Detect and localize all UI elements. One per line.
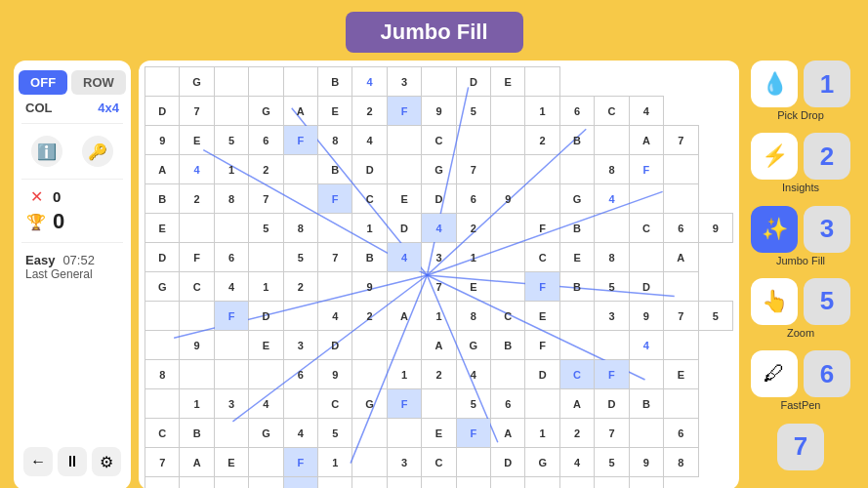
meta-section: Easy 07:52 Last General: [21, 251, 123, 283]
insights-row: ⚡ 2: [747, 133, 854, 180]
table-row: G B 4 3 D E: [145, 67, 733, 97]
error-count: 0: [53, 188, 61, 205]
number-7-row: 7: [747, 424, 854, 470]
jumbo-fill-row: ✨ 3: [747, 206, 854, 253]
number-1-button[interactable]: 1: [804, 61, 850, 107]
trophy-icon: 🏆: [25, 213, 47, 231]
icon-row: ℹ️ 🔑: [21, 132, 123, 171]
right-panel: 💧 1 Pick Drop ⚡ 2 Insights ✨ 3 Jumb: [747, 61, 854, 488]
zoom-button[interactable]: 👆: [751, 278, 798, 325]
difficulty-row: Easy 07:52: [25, 253, 119, 267]
row-button[interactable]: ROW: [71, 70, 126, 95]
pick-drop-icon: 💧: [762, 71, 788, 97]
jumbo-fill-label: Jumbo Fill: [776, 255, 825, 266]
table-row: 8 6 9 1 2 4 D C F E: [145, 360, 733, 389]
zoom-icon: 👆: [762, 289, 788, 314]
score-section: ✕ 0 🏆 0: [21, 187, 123, 234]
table-row: E 5 8 1 D 4 2 F B C 6 9: [145, 214, 733, 243]
score-value: 0: [53, 209, 64, 234]
table-row: D 7 G A E 2 F 9 5 1 6 C 4: [145, 97, 733, 126]
table-row: 1 3 4 C G F 5 6 A D B: [145, 389, 733, 419]
puzzle-name: Last General: [25, 267, 119, 281]
jumbo-fill-button[interactable]: ✨: [751, 206, 798, 253]
zoom-item: 👆 5 Zoom: [747, 278, 854, 345]
error-row: ✕ 0: [25, 187, 119, 206]
settings-button[interactable]: ⚙: [92, 447, 121, 476]
pick-drop-label: Pick Drop: [777, 109, 824, 121]
grid-wrapper: G B 4 3 D E D 7 G A E 2 F 9: [139, 61, 739, 488]
zoom-row: 👆 5: [747, 278, 854, 325]
title-bar: Jumbo Fill: [0, 0, 868, 61]
jumbo-fill-icon: ✨: [762, 217, 788, 242]
number-5-button[interactable]: 5: [804, 278, 850, 325]
fastpen-label: FastPen: [781, 399, 821, 411]
page-title: Jumbo Fill: [346, 12, 523, 53]
toggle-row: OFF ROW: [21, 70, 123, 95]
table-row: 7 A E F 1 3 C D G 4 5 9 8: [145, 448, 733, 477]
info-button[interactable]: ℹ️: [31, 136, 62, 167]
table-row: B 2 8 7 F C E D 6 9 G 4: [145, 184, 733, 214]
fastpen-button[interactable]: 🖊: [751, 350, 798, 397]
table-row: C B G 4 5 E F A 1 2 7 6: [145, 419, 733, 448]
controls-row: ← ⏸ ⚙: [21, 443, 123, 480]
difficulty-label: Easy: [25, 253, 55, 267]
zoom-label: Zoom: [787, 327, 814, 339]
pick-drop-button[interactable]: 💧: [751, 61, 798, 107]
main-layout: OFF ROW COL 4x4 ℹ️ 🔑 ✕ 0 🏆 0: [0, 61, 868, 488]
insights-item: ⚡ 2 Insights: [747, 133, 854, 199]
number-2-button[interactable]: 2: [804, 133, 850, 180]
pick-drop-item: 💧 1 Pick Drop: [747, 61, 854, 127]
fastpen-row: 🖊 6: [747, 350, 854, 397]
insights-label: Insights: [782, 182, 819, 193]
jumbo-fill-item: ✨ 3 Jumbo Fill: [747, 206, 854, 272]
back-button[interactable]: ←: [23, 447, 53, 476]
col-row: COL 4x4: [21, 101, 123, 115]
error-icon: ✕: [25, 187, 47, 206]
fastpen-item: 🖊 6 FastPen: [747, 350, 854, 417]
left-panel: OFF ROW COL 4x4 ℹ️ 🔑 ✕ 0 🏆 0: [14, 61, 131, 488]
table-row: E F G 3 A B C: [145, 477, 733, 489]
table-row: A 4 1 2 B D G 7 8 F: [145, 155, 733, 184]
table-row: G C 4 1 2 9 7 E F B 5 D: [145, 272, 733, 302]
number-7-button[interactable]: 7: [777, 424, 824, 470]
table-row: D F 6 5 7 B 4 3 1 C E 8 A: [145, 243, 733, 272]
pause-button[interactable]: ⏸: [58, 447, 87, 476]
insights-icon: ⚡: [762, 143, 788, 169]
number-3-button[interactable]: 3: [804, 206, 850, 253]
puzzle-grid[interactable]: G B 4 3 D E D 7 G A E 2 F 9: [145, 66, 733, 488]
time-label: 07:52: [62, 253, 95, 267]
key-button[interactable]: 🔑: [82, 136, 113, 167]
pick-drop-row: 💧 1: [747, 61, 854, 107]
key-icon: 🔑: [88, 142, 107, 161]
number-6-button[interactable]: 6: [804, 350, 850, 397]
score-row: 🏆 0: [25, 209, 119, 234]
fastpen-icon: 🖊: [764, 361, 785, 386]
table-row: 9 E 3 D A G B F 4: [145, 331, 733, 360]
table-row: F D 4 2 A 1 8 C E 3 9 7 5: [145, 302, 733, 331]
table-row: 9 E 5 6 F 8 4 C 2 B A 7: [145, 126, 733, 155]
divider-2: [21, 179, 123, 180]
divider-1: [21, 123, 123, 124]
divider-3: [21, 242, 123, 243]
info-icon: ℹ️: [37, 142, 57, 161]
number-7-item: 7: [747, 424, 854, 488]
size-label: 4x4: [98, 101, 119, 115]
col-label: COL: [25, 101, 52, 115]
off-button[interactable]: OFF: [19, 70, 67, 95]
insights-button[interactable]: ⚡: [751, 133, 798, 180]
